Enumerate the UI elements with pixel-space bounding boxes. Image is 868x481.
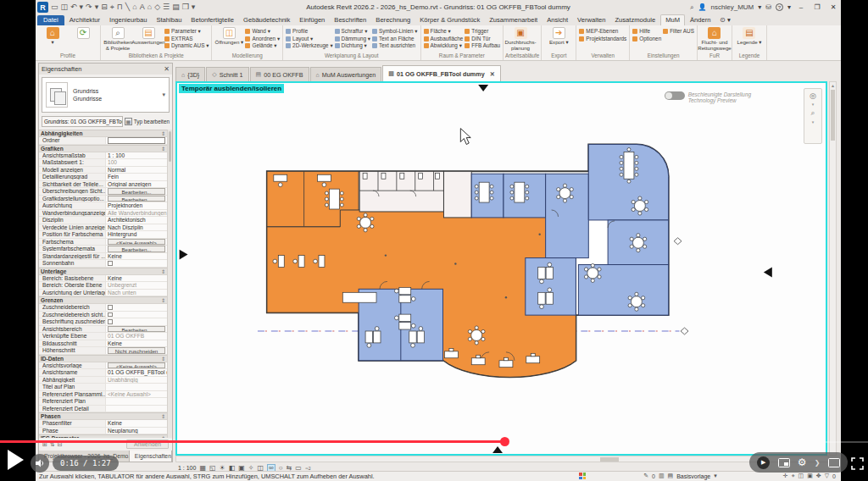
volume-icon[interactable] <box>31 454 49 473</box>
worksets-dialog-icon[interactable]: ▥ <box>659 473 665 479</box>
property-section-grafiken[interactable]: Grafiken⇕ <box>39 145 167 152</box>
property-value[interactable] <box>105 304 167 311</box>
property-value[interactable]: Unabhängig <box>105 377 167 384</box>
properties-header[interactable]: Eigenschaften ✕ <box>39 64 172 75</box>
ribbon-button--ffnungen[interactable]: ◫Öffnungen ▾ <box>214 26 243 52</box>
property-value[interactable]: <Keine Auswahl> <box>105 362 167 369</box>
ribbon-tab-berechnung[interactable]: Berechnung <box>371 15 415 25</box>
property-checkbox[interactable] <box>108 312 113 318</box>
video-progress-bar[interactable] <box>0 440 504 443</box>
property-section-grenzen[interactable]: Grenzen⇕ <box>39 296 167 304</box>
property-value[interactable]: Bearbeiten... <box>105 196 167 202</box>
ribbon-button-ffb-aufbau[interactable]: FFB Aufbau <box>465 42 500 49</box>
ribbon-tab-betonfertigteile[interactable]: Betonfertigteile <box>186 15 238 25</box>
signed-in-user[interactable]: nschley_MUM <box>711 3 754 11</box>
schedule-icon[interactable]: ▤ <box>172 3 180 11</box>
store-icon[interactable]: ⛁ <box>765 3 771 11</box>
drawing-canvas[interactable]: Temporär ausblenden/isolieren Beschleuni… <box>175 81 827 456</box>
property-value[interactable]: Keine <box>105 275 167 282</box>
print-icon[interactable]: ⊟ <box>101 3 108 11</box>
ribbon-button-symbol-linien-[interactable]: Symbol-Linien ▾ <box>372 28 417 35</box>
property-value[interactable]: <Keine Auswahl> <box>105 391 167 398</box>
property-section-phasen[interactable]: Phasen⇕ <box>39 412 167 420</box>
ribbon-button-profile[interactable]: Profile <box>286 28 333 35</box>
help-caret-icon[interactable]: ▾ <box>787 3 791 11</box>
zoom-tool-icon[interactable]: ⌕ <box>810 108 815 118</box>
view-tab--3d-[interactable]: ⌂{3D} <box>175 67 205 81</box>
close-icon[interactable]: ✕ <box>490 70 495 78</box>
ribbon-button-abwicklung-[interactable]: Abwicklung ▾ <box>424 42 464 49</box>
ribbon-button-durchbruchs-planung[interactable]: ▣Durchbruchs- planung <box>506 26 535 52</box>
caret[interactable]: ▾ <box>192 3 196 11</box>
property-value[interactable]: Original anzeigen <box>105 181 167 188</box>
ribbon-button-sync[interactable]: ⟳ <box>69 26 97 52</box>
drag-on-selection-icon[interactable]: ✥ <box>816 473 821 479</box>
video-progress-handle[interactable] <box>500 437 509 446</box>
ribbon-button-wand-[interactable]: Wand ▾ <box>245 28 280 35</box>
type-selector[interactable]: Grundriss Grundrisse ▾ <box>42 77 170 113</box>
ribbon-button-trigger[interactable]: Trigger <box>465 28 500 35</box>
property-value[interactable]: Bearbeiten... <box>105 326 167 333</box>
save-icon[interactable]: ◫ <box>61 3 69 11</box>
chevron-down-icon[interactable]: ▾ <box>714 473 717 479</box>
property-checkbox[interactable] <box>108 305 113 310</box>
ribbon-button-hilfe[interactable]: Hilfe <box>632 28 661 35</box>
floor-plan[interactable] <box>177 83 826 454</box>
property-value[interactable] <box>105 137 167 144</box>
properties-scrollbar[interactable] <box>167 130 172 438</box>
view-tab-00-eg-okffb[interactable]: ▤00 EG OKFFB <box>250 67 309 81</box>
property-value[interactable]: Alle Wandverbindungen ... <box>105 210 167 217</box>
property-value[interactable]: 01 OG OKFFB_FBTool du... <box>105 369 167 376</box>
ribbon-button-d-mmung-[interactable]: Dämmung ▾ <box>335 36 370 42</box>
property-value[interactable]: 01 OG OKFFB <box>105 333 167 340</box>
property-checkbox[interactable] <box>108 261 113 266</box>
line-icon[interactable]: ╲ <box>125 3 130 11</box>
property-edit-button[interactable]: Nicht zuschneiden <box>108 347 165 354</box>
ribbon-button-house[interactable]: ⌂ ▾ <box>38 26 67 52</box>
property-value[interactable]: Nach unten <box>105 290 167 296</box>
property-edit-button[interactable]: Bearbeiten... <box>108 196 165 202</box>
close-icon[interactable]: ✕ <box>164 65 170 73</box>
revit-logo-icon[interactable]: R <box>37 2 48 13</box>
property-value[interactable]: Fein <box>105 174 167 180</box>
ribbon-button-export[interactable]: ➔Export ▾ <box>544 26 573 52</box>
align-icon[interactable]: ⊓ <box>117 3 123 11</box>
thin-lines-icon[interactable]: ☰ <box>163 3 170 11</box>
filter-count[interactable]: 0 <box>832 473 836 479</box>
ribbon-button-dynamic-aus-[interactable]: Dynamic AUS ▾ <box>164 42 209 49</box>
section-icon[interactable]: ◇ <box>154 3 160 11</box>
autoplay-icon[interactable]: ▶ <box>757 456 770 469</box>
search-icon[interactable]: ⌕ <box>690 3 693 12</box>
ribbon-tab-verwalten[interactable]: Verwalten <box>573 15 609 25</box>
theater-mode-icon[interactable] <box>828 458 840 467</box>
text-icon[interactable]: A <box>140 3 145 11</box>
property-edit-button[interactable]: <Keine Auswahl> <box>108 239 165 246</box>
help-icon[interactable]: ? <box>776 3 783 11</box>
view-tab-01-og-okffb-fbtool-dummy[interactable]: ▤01 OG OKFFB_FBTool dummy✕ <box>382 65 500 81</box>
video-progress-remaining[interactable] <box>504 441 868 443</box>
property-value[interactable]: Nach Disziplin <box>105 224 167 231</box>
ribbon-button-text-ausrichten[interactable]: Text ausrichten <box>372 42 417 49</box>
chevron-right-icon[interactable]: ❯ <box>815 459 821 467</box>
palette-tab-eigenschaften[interactable]: Eigenschaften <box>130 451 172 462</box>
property-value[interactable]: 1 : 100 <box>105 152 167 159</box>
ribbon-tab-beschriften[interactable]: Beschriften <box>330 15 370 25</box>
ribbon-button-anordnen-[interactable]: Anordnen ▾ <box>245 36 280 42</box>
property-value[interactable] <box>105 384 167 390</box>
view-tab-mum-auswertungen[interactable]: ⌂MuM Auswertungen <box>310 67 382 81</box>
property-value[interactable] <box>105 312 167 318</box>
select-links-icon[interactable]: ✛ <box>783 473 788 479</box>
detach-icon[interactable]: ⌂ <box>132 3 136 11</box>
property-input[interactable] <box>108 137 165 144</box>
ribbon-button-flucht-und-rettungswege[interactable]: ⌂Flucht- und Rettungswege <box>700 26 729 52</box>
ribbon-button-legende[interactable]: ▤Legende ▾ <box>735 26 764 52</box>
property-value[interactable]: Unbegrenzt <box>105 282 167 289</box>
edit-type-button[interactable]: ▦ Typ bearbeiten <box>125 118 170 125</box>
steering-wheel-icon[interactable]: ◎ <box>810 91 816 100</box>
undo-icon[interactable]: ↶ <box>70 3 77 11</box>
ribbon-tab-zusammenarbeit[interactable]: Zusammenarbeit <box>485 15 542 25</box>
property-value[interactable]: Neuplanung <box>105 428 167 434</box>
open-icon[interactable]: ▭ <box>51 3 58 11</box>
property-value[interactable]: Normal <box>105 167 167 174</box>
view-scale[interactable]: 1 : 100 <box>178 465 196 471</box>
